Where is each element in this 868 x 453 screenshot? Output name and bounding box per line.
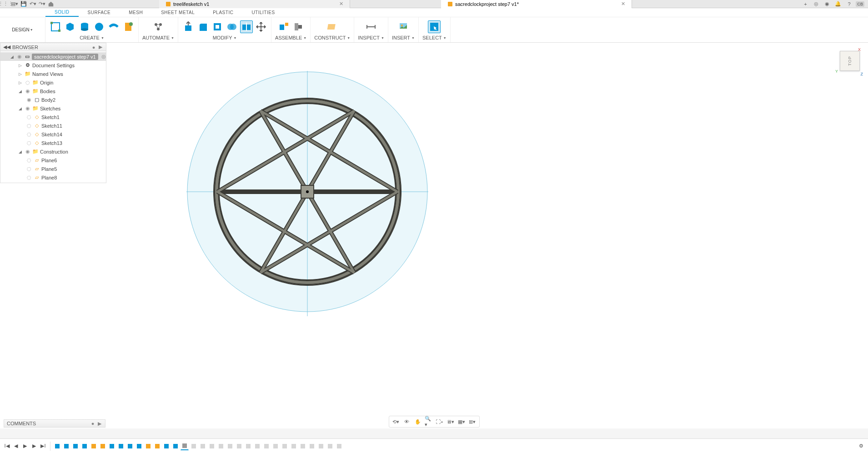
- bullet-icon[interactable]: ●: [91, 45, 96, 50]
- create-label[interactable]: CREATE▼: [80, 35, 104, 41]
- tree-plane8[interactable]: ◌ ▱ Plane8: [0, 173, 106, 182]
- extension-icon[interactable]: ◎: [812, 0, 820, 8]
- timeline-feature[interactable]: [308, 442, 316, 450]
- design-workspace-menu[interactable]: DESIGN▼: [0, 17, 45, 42]
- automate-label[interactable]: AUTOMATE▼: [142, 35, 174, 41]
- insert-label[interactable]: INSERT▼: [392, 35, 415, 41]
- shell-icon[interactable]: [211, 20, 224, 33]
- eye-icon[interactable]: ◉: [16, 54, 23, 60]
- tab-sheetmetal[interactable]: SHEET METAL: [152, 9, 204, 16]
- help-icon[interactable]: ?: [845, 0, 853, 8]
- timeline-settings-icon[interactable]: ⚙: [857, 442, 865, 450]
- tree-bodies[interactable]: ◢ ◉ 📁 Bodies: [0, 87, 106, 95]
- tree-named-views[interactable]: ▷ 📁 Named Views: [0, 70, 106, 78]
- apps-icon[interactable]: ⋮⋮⋮: [2, 0, 9, 8]
- pan-icon[interactable]: ✋: [414, 418, 422, 426]
- construct-label[interactable]: CONSTRUCT▼: [314, 35, 350, 41]
- tab-plastic[interactable]: PLASTIC: [204, 9, 242, 16]
- timeline-feature[interactable]: [126, 442, 134, 450]
- timeline-feature[interactable]: [144, 442, 152, 450]
- collapse-icon[interactable]: ◢: [19, 149, 23, 154]
- timeline-next-icon[interactable]: ▶: [30, 442, 38, 450]
- user-badge[interactable]: CB: [856, 1, 864, 7]
- collapse-icon[interactable]: ▶: [97, 421, 102, 426]
- timeline-feature[interactable]: [299, 442, 307, 450]
- eye-off-icon[interactable]: ◌: [26, 166, 32, 172]
- tree-sketch1[interactable]: ◌ ◇ Sketch1: [0, 113, 106, 121]
- grid-icon[interactable]: ▦▾: [457, 418, 466, 426]
- collapse-icon[interactable]: ◢: [19, 89, 23, 94]
- orbit-icon[interactable]: ⟲▾: [392, 418, 400, 426]
- redo-icon[interactable]: ↷▾: [38, 0, 45, 8]
- timeline-feature[interactable]: [326, 442, 334, 450]
- eye-off-icon[interactable]: ◌: [26, 123, 32, 129]
- timeline-feature[interactable]: [190, 442, 198, 450]
- tree-construction[interactable]: ◢ ◉ 📁 Construction: [0, 147, 106, 156]
- timeline-feature[interactable]: [226, 442, 234, 450]
- file-new-icon[interactable]: ▤▾: [11, 0, 18, 8]
- tree-body2[interactable]: ◉ ▢ Body2: [0, 95, 106, 104]
- radio-icon[interactable]: ◎: [101, 54, 106, 60]
- eye-icon[interactable]: ◉: [25, 105, 31, 112]
- expand-icon[interactable]: ▷: [19, 80, 23, 85]
- eye-off-icon[interactable]: ◌: [26, 157, 32, 164]
- timeline-feature[interactable]: [80, 442, 89, 450]
- tree-origin[interactable]: ▷ ◌ 📁 Origin: [0, 78, 106, 87]
- timeline-feature[interactable]: [62, 442, 70, 450]
- move-icon[interactable]: [255, 20, 267, 33]
- model-view[interactable]: [186, 71, 428, 316]
- timeline-feature[interactable]: [217, 442, 225, 450]
- timeline-feature[interactable]: [135, 442, 143, 450]
- eye-icon[interactable]: ◉: [26, 97, 32, 103]
- timeline-start-icon[interactable]: I◀: [3, 442, 11, 450]
- new-tab-icon[interactable]: +: [801, 0, 809, 8]
- tab-utilities[interactable]: UTILITIES: [242, 9, 284, 16]
- cylinder-icon[interactable]: [78, 20, 91, 33]
- browser-header[interactable]: ◀◀ BROWSER ● ▶: [0, 43, 106, 51]
- tree-sketch11[interactable]: ◌ ◇ Sketch11: [0, 121, 106, 130]
- split-icon[interactable]: [240, 20, 253, 33]
- fit-icon[interactable]: ⛶▾: [436, 418, 444, 426]
- home-icon[interactable]: [47, 0, 55, 8]
- fillet-icon[interactable]: [196, 20, 209, 33]
- close-icon[interactable]: ✕: [621, 1, 625, 7]
- timeline-feature[interactable]: [271, 442, 280, 450]
- coil-icon[interactable]: [122, 20, 135, 33]
- torus-icon[interactable]: [107, 20, 120, 33]
- tree-plane5[interactable]: ◌ ▱ Plane5: [0, 164, 106, 173]
- sphere-icon[interactable]: [93, 20, 105, 33]
- viewport-icon[interactable]: ⊞▾: [468, 418, 477, 426]
- timeline-feature[interactable]: [108, 442, 116, 450]
- tree-plane6[interactable]: ◌ ▱ Plane6: [0, 156, 106, 164]
- timeline-feature[interactable]: [235, 442, 243, 450]
- timeline-feature[interactable]: [208, 442, 216, 450]
- tree-sketch13[interactable]: ◌ ◇ Sketch13: [0, 139, 106, 147]
- timeline-feature[interactable]: [71, 442, 80, 450]
- collapse-icon[interactable]: ▶: [98, 45, 103, 50]
- timeline-feature[interactable]: [99, 442, 107, 450]
- timeline-feature[interactable]: [281, 442, 289, 450]
- tree-document-settings[interactable]: ▷ ⚙ Document Settings: [0, 61, 106, 70]
- tree-root[interactable]: ◢ ◉ ▭ sacredclockproject step7 v1 ◎: [0, 52, 106, 61]
- expand-icon[interactable]: ▷: [19, 72, 23, 76]
- tree-sketches[interactable]: ◢ ◉ 📁 Sketches: [0, 104, 106, 113]
- modify-label[interactable]: MODIFY▼: [213, 35, 237, 41]
- tree-sketch14[interactable]: ◌ ◇ Sketch14: [0, 130, 106, 139]
- select-icon[interactable]: [428, 20, 441, 33]
- combine-icon[interactable]: [226, 20, 238, 33]
- measure-icon[interactable]: [365, 20, 377, 33]
- doc-tab-1[interactable]: treelifesketch v1 ✕: [159, 0, 350, 8]
- timeline-feature[interactable]: [153, 442, 161, 450]
- doc-tab-2[interactable]: sacredclockproject step7 v1* ✕: [441, 0, 632, 8]
- select-label[interactable]: SELECT▼: [422, 35, 447, 41]
- timeline-prev-icon[interactable]: ◀: [12, 442, 20, 450]
- plane-icon[interactable]: [326, 20, 339, 33]
- timeline-feature[interactable]: [181, 442, 189, 450]
- display-icon[interactable]: 🖥▾: [447, 418, 455, 426]
- close-icon[interactable]: ✕: [339, 1, 343, 7]
- tab-mesh[interactable]: MESH: [120, 9, 152, 16]
- eye-off-icon[interactable]: ◌: [26, 131, 32, 138]
- timeline-feature[interactable]: [290, 442, 298, 450]
- eye-icon[interactable]: ◉: [25, 149, 31, 155]
- timeline-feature[interactable]: [90, 442, 98, 450]
